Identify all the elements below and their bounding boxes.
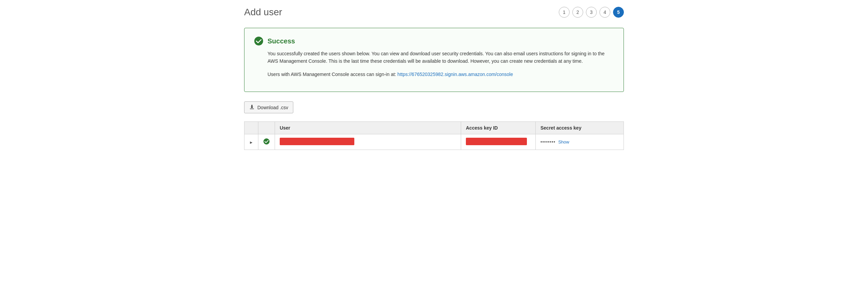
row-status-icon	[263, 140, 270, 146]
step-3: 3	[586, 7, 597, 18]
console-url-link[interactable]: https://676520325982.signin.aws.amazon.c…	[397, 72, 513, 77]
expand-row-button[interactable]: ►	[249, 140, 253, 145]
svg-point-0	[254, 37, 263, 45]
users-table: User Access key ID Secret access key ►	[244, 121, 624, 150]
step-2: 2	[572, 7, 583, 18]
secret-key-masked: ••••••••	[540, 139, 555, 145]
success-icon	[254, 36, 263, 46]
col-user-header: User	[275, 122, 461, 134]
step-indicators: 1 2 3 4 5	[559, 7, 624, 18]
success-title: Success	[268, 37, 295, 45]
svg-rect-1	[250, 109, 254, 109]
download-csv-button[interactable]: Download .csv	[244, 101, 293, 113]
download-icon	[249, 104, 255, 111]
col-expand-header	[244, 122, 258, 134]
success-message: You successfully created the users shown…	[268, 50, 614, 65]
step-1: 1	[559, 7, 570, 18]
download-csv-label: Download .csv	[257, 105, 288, 110]
col-access-key-header: Access key ID	[461, 122, 536, 134]
table-row: ► •••	[244, 134, 624, 150]
svg-point-2	[263, 138, 270, 145]
col-secret-key-header: Secret access key	[536, 122, 624, 134]
console-url-line: Users with AWS Management Console access…	[268, 71, 614, 78]
user-name-redacted	[280, 138, 354, 145]
access-key-id-redacted	[466, 138, 527, 145]
step-5: 5	[613, 7, 624, 18]
step-4: 4	[599, 7, 610, 18]
page-title: Add user	[244, 7, 282, 18]
success-banner: Success You successfully created the use…	[244, 28, 624, 92]
col-status-header	[258, 122, 275, 134]
show-secret-key-button[interactable]: Show	[558, 139, 569, 145]
